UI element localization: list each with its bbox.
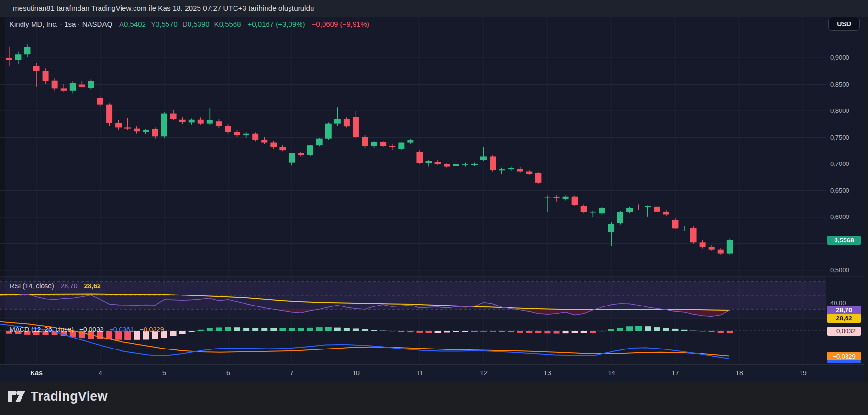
price-axis-label: 0,7500 (830, 134, 849, 141)
candle (225, 124, 231, 134)
rsi-ma-value: 28,62 (84, 282, 100, 290)
candle (499, 168, 505, 174)
candle (344, 117, 350, 127)
candlestick-series (6, 44, 733, 255)
candle (189, 119, 195, 125)
candle (79, 81, 85, 87)
time-axis-label: 18 (735, 369, 743, 377)
currency-toggle-button[interactable]: USD (828, 17, 860, 31)
candle (143, 129, 149, 134)
candle (608, 222, 614, 246)
candle (672, 218, 678, 229)
candle (115, 120, 122, 130)
candle (353, 111, 359, 139)
candle (407, 139, 413, 144)
macd-hist-value: −0,0032 (79, 326, 104, 333)
candle (645, 206, 651, 217)
candle (134, 126, 140, 134)
price-axis-label: 0,5000 (830, 266, 849, 273)
candle (252, 133, 258, 142)
time-axis-label: 6 (226, 369, 230, 377)
price-axis-label: 0,9000 (830, 54, 849, 61)
candle (316, 138, 323, 147)
candle (480, 147, 487, 161)
candle (435, 160, 441, 165)
candle (198, 117, 204, 125)
candle (207, 108, 213, 125)
candle (508, 167, 514, 171)
candle (307, 145, 313, 156)
high-value: 0,5570 (156, 20, 178, 28)
candle (161, 112, 167, 138)
candle (709, 245, 715, 251)
candle (663, 210, 669, 216)
close-label: K (214, 20, 219, 28)
candle (453, 163, 459, 168)
attribution-text: mesutinan81 tarafından TradingView.com i… (13, 4, 314, 12)
candle (43, 68, 49, 84)
last-price-tag: 0,5568 (827, 236, 861, 245)
attribution-bar: mesutinan81 tarafından TradingView.com i… (0, 0, 868, 17)
low-value: 0,5390 (188, 20, 210, 28)
candle (681, 226, 687, 231)
candle (398, 142, 404, 150)
candle (243, 132, 249, 138)
open-label: A (119, 20, 124, 28)
tradingview-logo-text: TradingView (31, 389, 108, 404)
macd-signal-value: −0,0329 (140, 326, 164, 333)
candle (554, 195, 560, 201)
candle (471, 163, 478, 166)
candle (526, 170, 532, 175)
tradingview-logo-icon (8, 388, 26, 404)
candle (572, 195, 578, 206)
rsi-ma-value-badge: 28,62 (827, 314, 861, 323)
candle (261, 137, 267, 144)
time-axis-label: 7 (290, 369, 294, 377)
time-axis-label: 5 (162, 369, 166, 377)
candle (690, 226, 697, 244)
candle (88, 80, 94, 90)
candle (581, 204, 587, 213)
macd-hist-badge: −0,0032 (827, 327, 861, 336)
open-value: 0,5402 (124, 20, 146, 28)
candle (279, 145, 286, 151)
macd-pane-title: MACD (12, 26, close) −0,0032 −0,0361 −0,… (10, 326, 164, 333)
change-value: +0,0167 (+3,09%) (248, 20, 305, 28)
candle (462, 163, 468, 167)
rsi-value: 28,70 (60, 282, 77, 290)
candle (6, 47, 12, 66)
time-axis-label: 11 (416, 369, 423, 377)
high-label: Y (151, 20, 156, 28)
time-axis-label: 14 (608, 369, 615, 377)
chart-area[interactable]: Kindly MD, Inc. · 1sa · NASDAQ A0,5402 Y… (0, 17, 868, 382)
candle (362, 135, 368, 148)
candle (535, 172, 541, 184)
price-axis-label: 0,8500 (830, 81, 849, 88)
rsi-title[interactable]: RSI (14, close) (10, 282, 54, 290)
symbol-header: Kindly MD, Inc. · 1sa · NASDAQ A0,5402 Y… (10, 20, 369, 28)
time-axis-label: 13 (544, 369, 551, 377)
time-axis[interactable]: Kas45671011121314171819 (0, 364, 864, 382)
candle (626, 207, 633, 213)
footer: TradingView (0, 382, 868, 415)
price-axis-label: 0,6500 (830, 187, 849, 194)
candle (617, 211, 623, 225)
candle (170, 110, 177, 120)
candle (389, 144, 395, 150)
price-axis-label: 0,6000 (830, 213, 849, 220)
macd-title[interactable]: MACD (12, 26, close) (10, 326, 74, 333)
candle (234, 130, 240, 137)
candle (97, 96, 103, 107)
candle (380, 141, 386, 147)
candle (70, 81, 76, 94)
tradingview-logo[interactable]: TradingView (8, 388, 108, 404)
tradingview-snapshot: mesutinan81 tarafından TradingView.com i… (0, 0, 868, 415)
macd-line-badge (827, 360, 861, 363)
candle (106, 103, 112, 126)
candle (490, 155, 496, 171)
candle (544, 195, 550, 212)
candle (444, 163, 450, 168)
symbol-title[interactable]: Kindly MD, Inc. · 1sa · NASDAQ (10, 20, 112, 28)
candle (298, 152, 304, 156)
candle (179, 117, 186, 124)
